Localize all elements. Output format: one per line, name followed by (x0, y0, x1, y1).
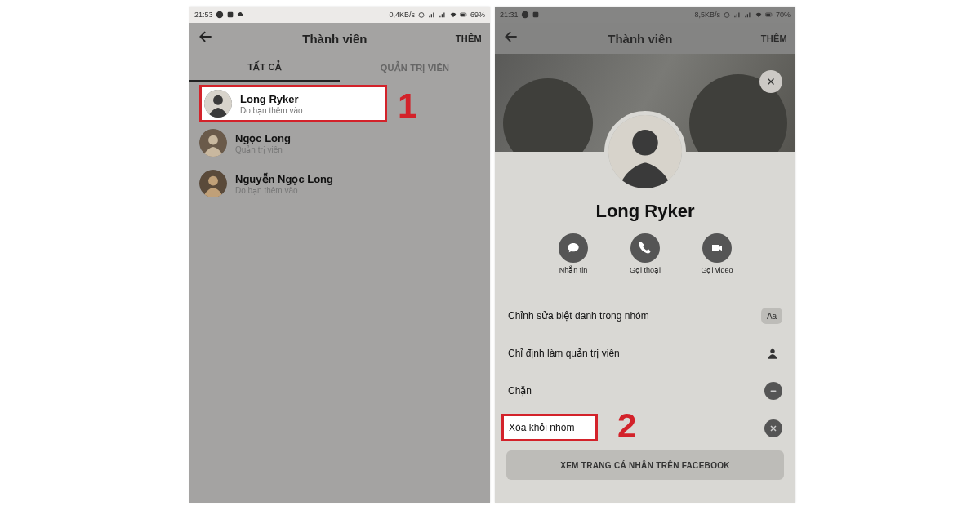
action-label: Nhắn tin (559, 266, 588, 274)
messenger-icon (216, 11, 224, 19)
annotation-number-1: 1 (398, 86, 416, 126)
person-icon (763, 344, 782, 363)
battery-icon (460, 11, 468, 19)
tiktok-icon (226, 11, 234, 19)
alarm-icon (417, 11, 425, 19)
profile-actions: Nhắn tin Gọi thoại Gọi video (495, 233, 795, 274)
member-sub: Do bạn thêm vào (235, 186, 333, 195)
member-sub: Quản trị viên (235, 145, 291, 154)
action-message[interactable]: Nhắn tin (545, 233, 602, 274)
option-label: Chỉnh sửa biệt danh trong nhóm (508, 310, 649, 322)
messenger-icon (521, 11, 529, 19)
phone-right: 21:31 8,5KB/s 70% Thành viên THÊM (495, 7, 795, 503)
signal-icon (733, 11, 742, 19)
option-remove-highlighted[interactable]: Xóa khỏi nhóm (504, 416, 595, 439)
header: Thành viên THÊM (495, 23, 795, 54)
profile-options: Chỉnh sửa biệt danh trong nhóm Aa Chỉ đị… (495, 297, 795, 480)
status-bar: 21:53 0,4KB/s 69% (189, 7, 490, 23)
status-battery: 70% (776, 11, 791, 19)
member-name: Ngọc Long (235, 132, 291, 144)
svg-point-8 (208, 135, 218, 145)
action-label: Gọi thoại (630, 266, 661, 274)
svg-rect-14 (532, 12, 538, 18)
page-title: Thành viên (608, 32, 672, 46)
svg-rect-21 (771, 391, 777, 392)
profile-name: Long Ryker (495, 201, 795, 222)
battery-icon (765, 11, 773, 19)
add-button[interactable]: THÊM (761, 33, 787, 43)
phone-icon (630, 233, 660, 263)
app-icon (532, 11, 540, 19)
action-call[interactable]: Gọi thoại (617, 233, 674, 274)
signal-icon (439, 11, 447, 19)
profile-sheet: Long Ryker Nhắn tin Gọi thoại Gọi video … (495, 152, 795, 503)
signal-icon (744, 11, 752, 19)
svg-point-12 (213, 95, 223, 105)
status-bar: 21:31 8,5KB/s 70% (495, 7, 795, 23)
svg-point-0 (216, 11, 222, 18)
signal-icon (428, 11, 436, 19)
wifi-icon (755, 11, 763, 19)
member-row-highlighted[interactable]: Long Ryker Do bạn thêm vào (199, 85, 387, 122)
svg-rect-4 (461, 14, 465, 16)
svg-point-10 (208, 176, 218, 186)
video-icon (702, 233, 732, 263)
member-name: Nguyễn Ngọc Long (235, 173, 333, 185)
svg-point-15 (724, 13, 729, 18)
svg-point-19 (632, 130, 658, 156)
message-icon (559, 233, 588, 263)
header: Thành viên THÊM (189, 23, 490, 54)
page-title: Thành viên (302, 32, 367, 46)
block-icon (764, 382, 782, 400)
phone-left: 21:53 0,4KB/s 69% Thành viên THÊM TẤT CẢ (189, 7, 490, 503)
svg-point-20 (770, 349, 774, 353)
wifi-icon (449, 11, 457, 19)
option-label: Chặn (508, 385, 532, 397)
svg-point-2 (419, 13, 424, 18)
tab-admins[interactable]: QUẢN TRỊ VIÊN (340, 54, 490, 82)
cloud-icon (237, 11, 245, 19)
status-net: 8,5KB/s (694, 11, 720, 19)
member-sub: Do bạn thêm vào (240, 106, 303, 115)
action-video[interactable]: Gọi video (688, 233, 746, 274)
status-battery: 69% (470, 11, 485, 19)
close-button[interactable] (760, 70, 782, 93)
annotation-number-2: 2 (617, 406, 636, 446)
back-icon[interactable] (503, 29, 519, 48)
svg-rect-1 (227, 12, 233, 18)
svg-rect-17 (766, 14, 770, 16)
tabs: TẤT CẢ QUẢN TRỊ VIÊN (189, 54, 490, 82)
action-label: Gọi video (701, 266, 733, 274)
avatar (204, 90, 232, 118)
avatar (199, 129, 227, 157)
option-make-admin[interactable]: Chỉ định làm quản trị viên (495, 335, 795, 372)
alarm-icon (723, 11, 731, 19)
view-facebook-button[interactable]: XEM TRANG CÁ NHÂN TRÊN FACEBOOK (506, 450, 784, 480)
remove-icon (764, 419, 782, 437)
svg-point-13 (521, 11, 528, 18)
option-block[interactable]: Chặn (495, 372, 795, 410)
tab-all[interactable]: TẤT CẢ (189, 54, 340, 82)
member-name: Long Ryker (240, 93, 303, 105)
status-net: 0,4KB/s (389, 11, 415, 19)
option-label: Chỉ định làm quản trị viên (508, 348, 620, 359)
add-button[interactable]: THÊM (456, 33, 482, 43)
member-row[interactable]: Ngọc Long Quản trị viên (189, 122, 490, 163)
status-time: 21:53 (194, 11, 213, 19)
aa-icon: Aa (761, 308, 782, 324)
member-row[interactable]: Nguyễn Ngọc Long Do bạn thêm vào (189, 163, 490, 204)
avatar (199, 170, 227, 197)
profile-avatar[interactable] (604, 111, 686, 193)
back-icon[interactable] (198, 29, 214, 48)
option-nickname[interactable]: Chỉnh sửa biệt danh trong nhóm Aa (495, 297, 795, 335)
status-time: 21:31 (500, 11, 519, 19)
